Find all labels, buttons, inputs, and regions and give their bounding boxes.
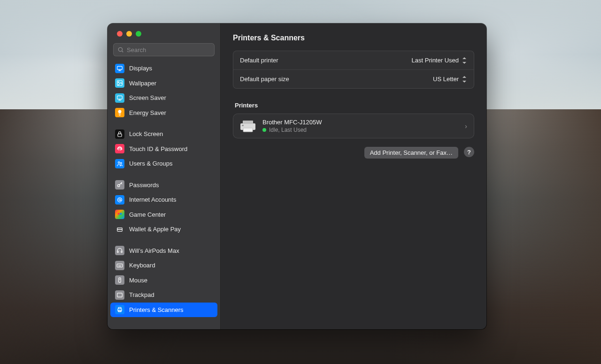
sidebar-item-label: Lock Screen <box>129 130 163 137</box>
default-printer-value[interactable]: Last Printer Used <box>412 57 467 64</box>
printer-info: Brother MFC-J1205W Idle, Last Used <box>262 119 458 133</box>
mouse-icon <box>115 275 124 285</box>
up-down-icon <box>462 57 467 64</box>
sidebar-item-label: Game Center <box>129 211 166 218</box>
zoom-window-button[interactable] <box>136 31 141 37</box>
default-paper-size-value-text: US Letter <box>433 76 459 83</box>
help-button[interactable]: ? <box>464 147 474 157</box>
sidebar-item-energy-saver[interactable]: Energy Saver <box>110 106 217 121</box>
svg-rect-31 <box>118 308 121 309</box>
headphones-icon <box>115 246 124 255</box>
sidebar-item-label: Users & Groups <box>129 160 172 167</box>
sidebar-item-label: Displays <box>129 65 152 72</box>
sidebar-item-game-center[interactable]: Game Center <box>110 207 217 222</box>
svg-rect-21 <box>117 264 123 267</box>
users-icon <box>115 159 124 168</box>
svg-line-1 <box>122 51 123 53</box>
sidebar-item-label: Wallpaper <box>129 80 156 87</box>
sidebar-item-internet-accounts[interactable]: Internet Accounts <box>110 192 217 207</box>
game-center-icon <box>115 210 124 219</box>
sidebar-list: DisplaysWallpaperScreen SaverEnergy Save… <box>108 59 220 329</box>
sidebar-item-keyboard[interactable]: Keyboard <box>110 258 217 273</box>
svg-rect-2 <box>117 66 123 69</box>
svg-point-6 <box>118 82 119 83</box>
default-paper-size-value[interactable]: US Letter <box>433 76 467 83</box>
action-row: Add Printer, Scanner, or Fax… ? <box>233 147 474 159</box>
keyboard-icon <box>115 261 124 270</box>
add-printer-button[interactable]: Add Printer, Scanner, or Fax… <box>364 147 458 159</box>
default-paper-size-row[interactable]: Default paper size US Letter <box>233 69 474 88</box>
sidebar-item-touch-id[interactable]: Touch ID & Password <box>110 142 217 157</box>
sidebar-item-screen-saver[interactable]: Screen Saver <box>110 91 217 106</box>
printer-name: Brother MFC-J1205W <box>262 119 458 126</box>
svg-rect-18 <box>117 229 123 230</box>
printer-device-icon <box>240 120 256 133</box>
sidebar-item-label: Passwords <box>129 182 159 189</box>
sidebar-item-label: Printers & Scanners <box>129 306 184 313</box>
default-paper-size-label: Default paper size <box>240 76 289 83</box>
status-dot-icon <box>262 128 266 132</box>
default-printer-row[interactable]: Default printer Last Printer Used <box>233 51 474 69</box>
displays-icon <box>115 64 124 73</box>
sidebar-item-users-groups[interactable]: Users & Groups <box>110 156 217 171</box>
content-area: Printers & Scanners Default printer Last… <box>221 23 486 329</box>
printer-icon <box>115 305 124 314</box>
svg-rect-29 <box>117 293 123 297</box>
sidebar-item-label: Energy Saver <box>129 109 166 116</box>
default-printer-value-text: Last Printer Used <box>412 57 459 64</box>
svg-point-0 <box>118 47 122 51</box>
printers-section-label: Printers <box>235 102 472 109</box>
sidebar-item-wallet[interactable]: Wallet & Apple Pay <box>110 222 217 237</box>
svg-rect-20 <box>121 251 122 253</box>
sidebar-item-wallpaper[interactable]: Wallpaper <box>110 76 217 91</box>
system-settings-window: DisplaysWallpaperScreen SaverEnergy Save… <box>108 23 486 329</box>
sidebar-item-displays[interactable]: Displays <box>110 61 217 76</box>
minimize-window-button[interactable] <box>126 31 132 37</box>
sidebar-item-label: Keyboard <box>129 262 155 269</box>
energy-saver-icon <box>115 108 124 117</box>
wallpaper-icon <box>115 78 124 88</box>
sidebar-item-label: Screen Saver <box>129 94 166 101</box>
at-icon <box>115 195 124 205</box>
sidebar-item-label: Internet Accounts <box>129 196 176 203</box>
search-field[interactable] <box>113 43 215 56</box>
svg-rect-9 <box>118 134 122 136</box>
svg-rect-36 <box>242 125 244 126</box>
window-controls <box>108 31 220 43</box>
trackpad-icon <box>115 290 124 300</box>
sidebar-group-gap <box>110 171 217 178</box>
svg-point-16 <box>119 214 121 217</box>
default-printer-label: Default printer <box>240 57 278 64</box>
svg-rect-19 <box>117 251 118 253</box>
sidebar-item-label: Wallet & Apple Pay <box>129 226 181 233</box>
sidebar-item-trackpad[interactable]: Trackpad <box>110 288 217 303</box>
sidebar-group-gap <box>110 120 217 127</box>
close-window-button[interactable] <box>117 31 123 37</box>
up-down-icon <box>462 76 467 83</box>
lock-icon <box>115 129 124 139</box>
printer-status-text: Idle, Last Used <box>269 127 307 133</box>
printer-status: Idle, Last Used <box>262 127 458 133</box>
printer-row[interactable]: Brother MFC-J1205W Idle, Last Used › <box>233 114 474 138</box>
screensaver-icon <box>115 93 124 103</box>
sidebar-item-passwords[interactable]: Passwords <box>110 178 217 193</box>
sidebar-item-mouse[interactable]: Mouse <box>110 273 217 288</box>
fingerprint-icon <box>115 144 124 153</box>
sidebar-item-label: Touch ID & Password <box>129 145 187 152</box>
sidebar-item-label: Trackpad <box>129 291 154 298</box>
sidebar-group-gap <box>110 237 217 243</box>
sidebar-item-airpods-max[interactable]: Will’s AirPods Max <box>110 243 217 258</box>
svg-rect-35 <box>243 128 253 132</box>
svg-rect-7 <box>117 96 123 99</box>
svg-point-11 <box>120 162 122 164</box>
sidebar-item-label: Will’s AirPods Max <box>129 247 179 254</box>
svg-point-10 <box>118 162 120 164</box>
search-input[interactable] <box>127 46 210 53</box>
chevron-right-icon: › <box>465 122 467 130</box>
wallet-icon <box>115 225 124 234</box>
sidebar-item-lock-screen[interactable]: Lock Screen <box>110 127 217 142</box>
default-settings-list: Default printer Last Printer Used Defaul… <box>233 51 474 89</box>
svg-rect-34 <box>243 121 253 124</box>
sidebar-item-printers-scanners[interactable]: Printers & Scanners <box>110 303 217 318</box>
sidebar-item-label: Mouse <box>129 277 147 284</box>
